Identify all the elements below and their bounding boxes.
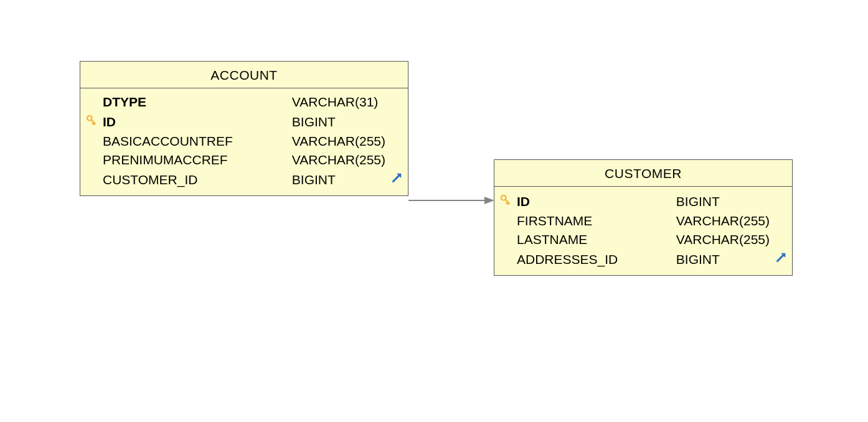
column-name: DTYPE	[103, 95, 290, 110]
column-type: BIGINT	[674, 252, 770, 267]
column-name: FIRSTNAME	[517, 213, 674, 228]
entity-account-title: ACCOUNT	[80, 62, 408, 88]
entity-customer: CUSTOMER ID BIGINT FIRSTNAME VARCHAR(255…	[494, 159, 793, 276]
entity-customer-columns: ID BIGINT FIRSTNAME VARCHAR(255) LASTNAM…	[494, 187, 792, 275]
svg-line-9	[508, 204, 509, 205]
svg-line-10	[778, 255, 784, 261]
fk-slot	[770, 251, 792, 268]
column-name: ID	[103, 115, 290, 129]
svg-line-3	[94, 124, 95, 125]
column-type: VARCHAR(255)	[290, 152, 385, 167]
relationship-arrow	[408, 194, 494, 207]
fk-arrow-icon	[390, 171, 403, 185]
column-name: PRENIMUMACCREF	[103, 152, 290, 167]
column-type: VARCHAR(31)	[290, 95, 385, 110]
fk-arrow-icon	[774, 251, 788, 265]
key-icon	[499, 193, 512, 207]
column-name: BASICACCOUNTREF	[103, 134, 290, 149]
fk-slot	[385, 171, 408, 188]
column-type: BIGINT	[290, 172, 385, 187]
column-name: ADDRESSES_ID	[517, 252, 674, 267]
column-type: VARCHAR(255)	[674, 232, 770, 247]
column-name: ID	[517, 194, 674, 209]
pk-slot	[494, 193, 517, 210]
column-type: VARCHAR(255)	[674, 213, 770, 228]
entity-account-columns: DTYPE VARCHAR(31) ID BIGINT BASICACCOUNT…	[80, 88, 408, 195]
svg-line-8	[506, 202, 507, 204]
key-icon	[85, 113, 98, 127]
column-type: VARCHAR(255)	[290, 134, 385, 149]
svg-line-4	[394, 175, 400, 181]
column-type: BIGINT	[674, 194, 770, 209]
svg-line-2	[92, 123, 93, 124]
svg-marker-13	[484, 197, 494, 204]
column-type: BIGINT	[290, 115, 385, 129]
entity-account: ACCOUNT DTYPE VARCHAR(31) ID BIGINT BASI…	[80, 61, 408, 196]
pk-slot	[80, 113, 103, 130]
column-name: LASTNAME	[517, 232, 674, 247]
column-name: CUSTOMER_ID	[103, 172, 290, 187]
entity-customer-title: CUSTOMER	[494, 160, 792, 187]
